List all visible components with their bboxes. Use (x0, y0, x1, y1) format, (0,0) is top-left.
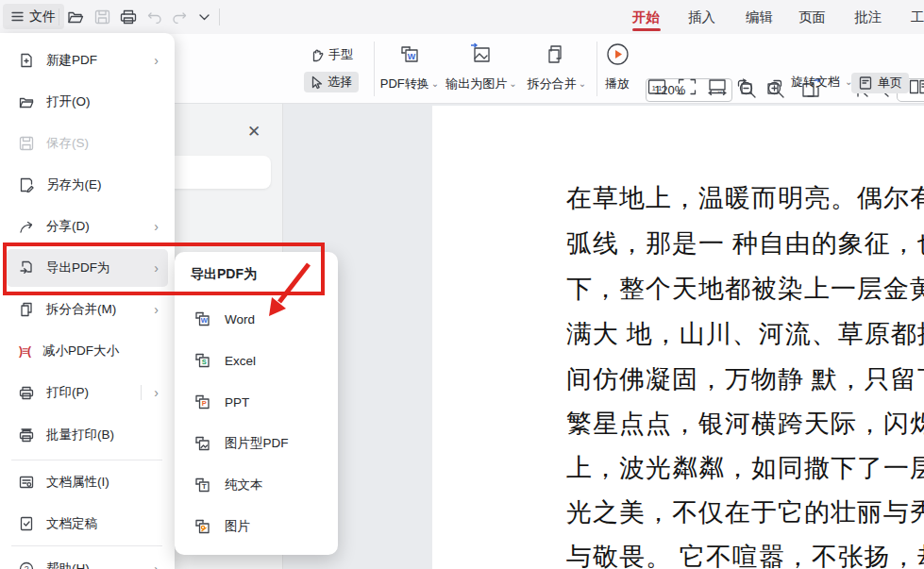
menu-item-compress-pdf[interactable]: )≡( 减小PDF大小 (7, 332, 168, 370)
file-menu-panel: 新建PDF › 打开(O) 保存(S) 另存为(E) 分享(D) › 导出PDF… (0, 33, 175, 569)
tab-insert[interactable]: 插入 (688, 0, 715, 34)
chevron-down-icon: ⌄ (431, 79, 439, 89)
redo-icon[interactable] (168, 6, 191, 28)
tab-home[interactable]: 开始 (632, 0, 660, 34)
cursor-icon (311, 75, 323, 90)
title-bar: 文件 开始 插入 编辑 页面 批注 工 (0, 0, 924, 34)
ppt-icon: P (193, 393, 211, 411)
print-icon (19, 386, 34, 400)
svg-text:T: T (202, 482, 207, 491)
document-line: 满大 地，山川、河流、草原都披上 (566, 317, 924, 351)
document-line: 下，整个天地都被染上一层金黄。落 (566, 272, 924, 306)
chevron-right-icon: › (154, 385, 159, 400)
help-icon: ? (19, 561, 34, 569)
hand-tool-button[interactable]: 手型 (310, 46, 353, 63)
tab-page[interactable]: 页面 (798, 0, 826, 34)
divider (59, 8, 59, 25)
document-line: 光之美，不仅在于它的壮丽与秀美， (566, 495, 924, 529)
chevron-down-icon: ⌄ (579, 79, 586, 89)
tab-comment[interactable]: 批注 (854, 0, 882, 34)
excel-icon: S (193, 352, 211, 370)
play-button[interactable]: 播放 (600, 40, 634, 98)
divider (141, 385, 142, 400)
rotate-document-button[interactable]: 旋转文档⌄ (791, 74, 852, 91)
chevron-right-icon: › (154, 219, 159, 234)
word-icon: W (193, 310, 211, 328)
open-folder-icon[interactable] (64, 6, 87, 28)
export-pdf-icon (19, 260, 34, 276)
submenu-item-ppt[interactable]: P PPT (182, 383, 330, 421)
chevron-right-icon: › (154, 260, 159, 276)
tab-tools[interactable]: 工 (911, 0, 924, 34)
plain-text-icon: T (193, 477, 211, 494)
rotate-right-icon[interactable] (763, 75, 785, 98)
close-icon[interactable]: ✕ (244, 121, 264, 142)
submenu-title: 导出PDF为 (191, 266, 257, 283)
undo-icon[interactable] (143, 6, 166, 28)
menu-divider (11, 545, 162, 546)
menu-item-document-properties[interactable]: 文档属性(I) (7, 463, 168, 501)
batch-print-icon (19, 428, 34, 443)
output-as-image-button[interactable]: 输出为图片⌄ (442, 40, 521, 98)
save-icon (19, 136, 34, 151)
single-page-view-button[interactable]: 单页 (851, 73, 909, 93)
properties-icon (19, 475, 34, 490)
document-line: 在草地上，温暖而明亮。偶尔有飞鸟 (566, 181, 924, 215)
divider (219, 8, 220, 25)
menu-item-finalize-document[interactable]: 文档定稿 (7, 505, 168, 543)
svg-text:S: S (202, 358, 207, 366)
menu-divider (11, 460, 162, 460)
chevron-down-icon: ⌄ (509, 79, 516, 89)
toolbar-more-chevron-icon[interactable] (193, 6, 215, 28)
file-menu-label: 文件 (29, 8, 56, 25)
actual-size-icon[interactable]: 1:1 (646, 75, 668, 98)
submenu-item-image-pdf[interactable]: 图片型PDF (182, 425, 330, 462)
play-icon (606, 42, 630, 66)
submenu-item-image[interactable]: 图片 (182, 508, 330, 545)
split-merge-icon (546, 42, 568, 67)
save-icon[interactable] (91, 6, 113, 28)
document-line: 弧线，那是一 种自由的象征，也是一 (566, 226, 924, 260)
menu-item-print[interactable]: 打印(P) › (7, 374, 168, 411)
menu-item-help[interactable]: ? 帮助(H) › (7, 550, 168, 569)
pdf-convert-button[interactable]: W PDF转换⌄ (376, 40, 444, 98)
svg-text:W: W (201, 316, 209, 325)
fit-width-icon[interactable] (706, 75, 729, 98)
new-pdf-icon (19, 53, 34, 68)
submenu-item-plain-text[interactable]: T 纯文本 (182, 466, 330, 504)
menu-item-open[interactable]: 打开(O) (7, 83, 168, 121)
rotate-left-icon[interactable] (734, 75, 757, 98)
hamburger-icon (11, 11, 24, 22)
panel-search-input[interactable] (158, 156, 271, 189)
submenu-item-excel[interactable]: S Excel (182, 342, 330, 379)
svg-text:P: P (202, 399, 207, 408)
hand-icon (310, 47, 324, 62)
menu-item-split-merge[interactable]: 拆分合并(M) › (7, 291, 168, 328)
print-icon[interactable] (117, 6, 140, 28)
document-line: 与敬畏。 它不喧嚣，不张扬，却以 (566, 540, 924, 569)
chevron-right-icon: › (154, 561, 159, 569)
pdf-convert-letter: W (408, 52, 416, 61)
menu-item-save-as[interactable]: 另存为(E) (7, 166, 168, 204)
tab-edit[interactable]: 编辑 (746, 0, 773, 34)
svg-text:1:1: 1:1 (651, 84, 663, 92)
file-menu-button[interactable]: 文件 (3, 4, 64, 29)
split-merge-button[interactable]: 拆分合并⌄ (521, 40, 593, 98)
save-as-icon (19, 177, 34, 192)
output-image-icon (469, 42, 494, 67)
two-page-view-icon[interactable] (908, 75, 924, 98)
menu-item-share[interactable]: 分享(D) › (7, 208, 168, 245)
menu-item-new-pdf[interactable]: 新建PDF › (7, 42, 168, 79)
menu-item-export-pdf-as[interactable]: 导出PDF为 › (7, 249, 168, 287)
menu-item-batch-print[interactable]: 批量打印(B) (7, 416, 168, 454)
doc-check-icon (19, 516, 34, 531)
menu-item-save: 保存(S) (7, 125, 168, 162)
document-line: 间仿佛凝固，万物静 默，只留下风 (566, 362, 924, 396)
divider (374, 42, 375, 96)
submenu-item-word[interactable]: W Word (182, 300, 330, 338)
pdf-convert-icon: W (397, 42, 422, 67)
export-pdf-submenu: 导出PDF为 W Word S Excel P PPT 图片型PDF T 纯文本 (175, 252, 338, 555)
share-icon (19, 220, 34, 234)
fit-page-icon[interactable] (676, 75, 698, 98)
select-tool-button[interactable]: 选择 (304, 72, 359, 92)
